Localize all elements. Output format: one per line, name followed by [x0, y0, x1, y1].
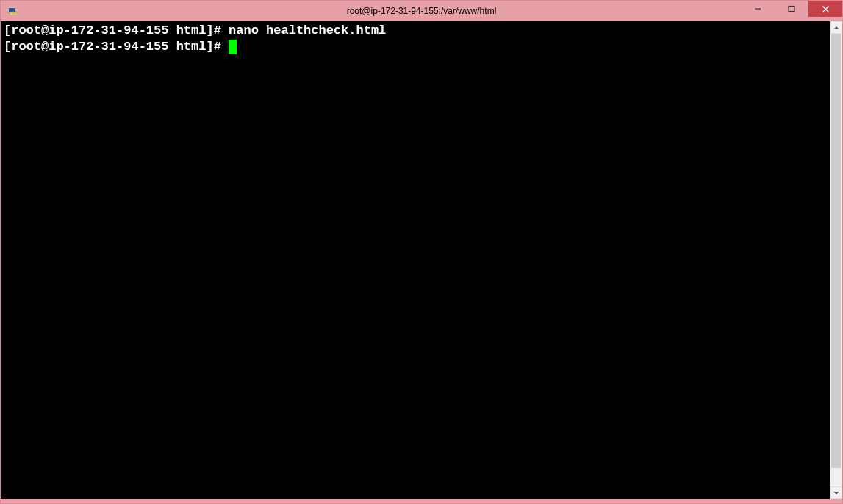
svg-rect-7 — [789, 7, 794, 12]
minimize-button[interactable] — [741, 1, 775, 17]
terminal-line: [root@ip-172-31-94-155 html]# nano healt… — [4, 23, 827, 39]
scroll-track[interactable] — [830, 34, 842, 486]
chevron-down-icon — [833, 492, 839, 494]
window-title: root@ip-172-31-94-155:/var/www/html — [347, 6, 497, 16]
shell-prompt: [root@ip-172-31-94-155 html]# — [4, 39, 229, 55]
titlebar[interactable]: root@ip-172-31-94-155:/var/www/html — [1, 1, 842, 21]
svg-rect-1 — [9, 8, 15, 12]
terminal-line: [root@ip-172-31-94-155 html]# — [4, 39, 827, 55]
maximize-button[interactable] — [775, 1, 808, 17]
content-area: [root@ip-172-31-94-155 html]# nano healt… — [1, 21, 842, 499]
scroll-up-button[interactable] — [830, 21, 842, 34]
chevron-up-icon — [833, 26, 839, 29]
scroll-thumb[interactable] — [831, 34, 841, 468]
shell-command: nano healthcheck.html — [229, 23, 386, 39]
terminal-output[interactable]: [root@ip-172-31-94-155 html]# nano healt… — [1, 21, 830, 499]
vertical-scrollbar[interactable] — [830, 21, 842, 499]
putty-icon — [7, 5, 18, 17]
close-button[interactable] — [808, 1, 842, 17]
svg-rect-2 — [10, 13, 13, 15]
window-bottom-border — [1, 499, 842, 503]
window-controls — [741, 1, 842, 17]
terminal-cursor — [229, 40, 237, 54]
terminal-window: root@ip-172-31-94-155:/var/www/html — [0, 0, 843, 504]
scroll-down-button[interactable] — [830, 486, 842, 499]
shell-prompt: [root@ip-172-31-94-155 html]# — [4, 23, 229, 39]
